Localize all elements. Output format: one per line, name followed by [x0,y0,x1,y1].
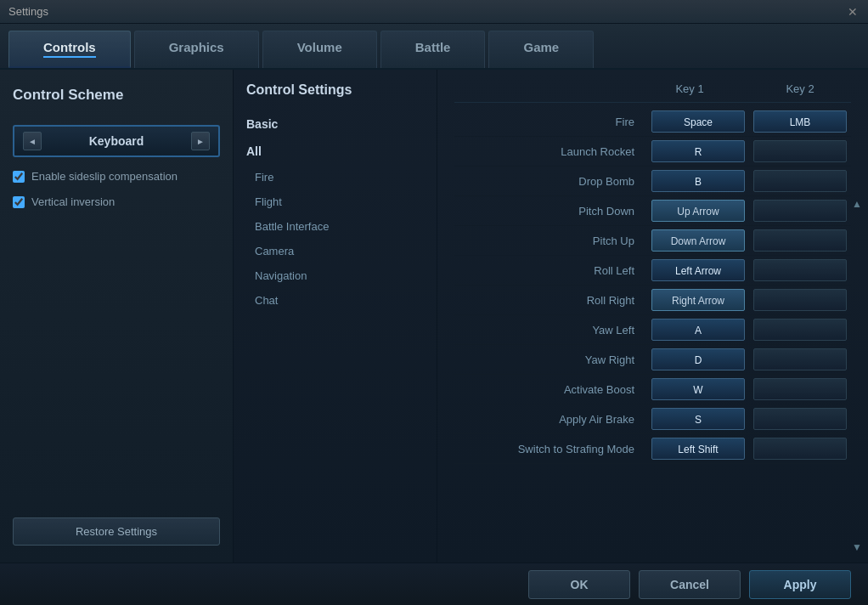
key2-button[interactable] [753,319,847,341]
key1-column-header: Key 1 [639,82,741,95]
key1-button[interactable]: Up Arrow [651,200,745,222]
sideslip-checkbox[interactable] [13,171,25,183]
control-settings-title: Control Settings [234,82,437,110]
tab-bar: ControlsGraphicsVolumeBattleGame [0,24,868,70]
category-list: BasicAllFireFlightBattle InterfaceCamera… [234,110,437,313]
cancel-button[interactable]: Cancel [639,570,741,599]
main-content: Control Scheme ◄ Keyboard ► Enable sides… [0,70,868,563]
key2-button[interactable] [753,140,847,162]
keybind-row: Switch to Strafing ModeLeft Shift [454,434,851,464]
tab-battle[interactable]: Battle [380,31,486,68]
keybind-row: Activate BoostW [454,375,851,404]
keybind-row: Pitch DownUp Arrow [454,196,851,226]
tab-graphics[interactable]: Graphics [134,31,259,68]
middle-panel: Control Settings BasicAllFireFlightBattl… [234,70,437,563]
apply-button[interactable]: Apply [749,570,851,599]
keyboard-prev-button[interactable]: ◄ [23,132,42,150]
scroll-up-arrow[interactable]: ▲ [850,197,864,211]
category-camera[interactable]: Camera [234,239,437,263]
key1-button[interactable]: Down Arrow [651,229,745,252]
keys-header: Key 1 Key 2 [454,82,851,103]
keybind-label: Roll Right [454,294,647,307]
bottom-bar: OK Cancel Apply [0,563,868,605]
key1-button[interactable]: S [651,408,745,430]
title-bar: Settings ✕ [0,0,868,24]
window-title: Settings [8,5,48,18]
key2-button[interactable] [753,438,847,460]
keybind-label: Pitch Down [454,205,647,218]
key1-button[interactable]: Left Arrow [651,259,745,281]
keybinds-list: FireSpaceLMBLaunch RocketRDrop BombBPitc… [454,107,851,464]
key1-button[interactable]: D [651,348,745,370]
vertical-inversion-checkbox[interactable] [13,196,25,208]
tab-volume[interactable]: Volume [262,31,377,68]
keybind-row: Yaw RightD [454,345,851,375]
category-chat[interactable]: Chat [234,288,437,313]
vertical-inversion-checkbox-row[interactable]: Vertical inversion [13,195,220,208]
keybind-row: Apply Air BrakeS [454,404,851,434]
keybind-label: Yaw Left [454,324,647,336]
category-all[interactable]: All [234,138,437,165]
keybind-label: Drop Bomb [454,175,647,188]
scroll-down-arrow[interactable]: ▼ [850,540,864,554]
keybind-label: Fire [454,116,647,128]
key2-column-header: Key 2 [749,82,851,95]
key1-button[interactable]: A [651,319,745,341]
vertical-inversion-label: Vertical inversion [31,195,115,208]
keybind-label: Apply Air Brake [454,413,647,426]
sideslip-checkbox-row[interactable]: Enable sideslip compensation [13,170,220,183]
ok-button[interactable]: OK [528,570,630,599]
key2-button[interactable] [753,229,847,252]
keybind-row: Launch RocketR [454,137,851,167]
key1-button[interactable]: R [651,140,745,162]
category-fire[interactable]: Fire [234,165,437,189]
restore-settings-button[interactable]: Restore Settings [13,517,220,546]
keybind-label: Roll Left [454,264,647,277]
key2-button[interactable] [753,408,847,430]
category-flight[interactable]: Flight [234,189,437,214]
keyboard-next-button[interactable]: ► [191,132,210,150]
key2-button[interactable] [753,378,847,400]
category-basic[interactable]: Basic [234,110,437,138]
sideslip-label: Enable sideslip compensation [31,170,178,183]
keybind-row: Pitch UpDown Arrow [454,226,851,256]
key1-button[interactable]: B [651,170,745,192]
close-button[interactable]: ✕ [846,5,860,19]
key1-button[interactable]: Right Arrow [651,289,745,311]
keybind-row: Yaw LeftA [454,315,851,345]
key1-button[interactable]: Space [651,110,745,133]
keyboard-selector: ◄ Keyboard ► [13,125,220,157]
keybind-label: Pitch Up [454,235,647,247]
key2-button[interactable] [753,259,847,281]
keybind-label: Launch Rocket [454,145,647,158]
key2-button[interactable] [753,348,847,370]
category-navigation[interactable]: Navigation [234,263,437,288]
keybind-row: FireSpaceLMB [454,107,851,137]
left-panel: Control Scheme ◄ Keyboard ► Enable sides… [0,70,234,563]
control-scheme-title: Control Scheme [13,87,220,104]
key2-button[interactable] [753,289,847,311]
keybind-label: Yaw Right [454,353,647,366]
keybind-row: Drop BombB [454,167,851,196]
keybind-row: Roll RightRight Arrow [454,286,851,315]
keybind-row: Roll LeftLeft Arrow [454,256,851,286]
key2-button[interactable] [753,200,847,222]
key2-button[interactable] [753,170,847,192]
tab-controls[interactable]: Controls [8,31,131,68]
category-battle-interface[interactable]: Battle Interface [234,214,437,239]
key2-button[interactable]: LMB [753,110,847,133]
keybind-label: Switch to Strafing Mode [454,443,647,455]
keyboard-label: Keyboard [48,134,184,148]
key1-button[interactable]: Left Shift [651,438,745,460]
tab-game[interactable]: Game [488,31,594,68]
key1-button[interactable]: W [651,378,745,400]
right-panel: Key 1 Key 2 FireSpaceLMBLaunch RocketRDr… [437,70,868,563]
keybind-label: Activate Boost [454,383,647,396]
